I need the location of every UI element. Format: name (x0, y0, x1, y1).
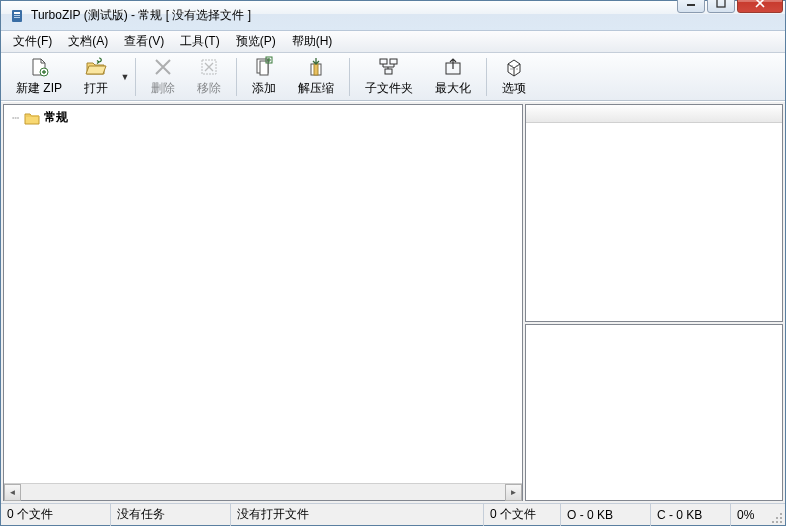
status-original: O - 0 KB (561, 504, 651, 526)
options-icon (503, 56, 525, 78)
toolbar: 新建 ZIP 打开 ▼ 删除 (1, 53, 785, 101)
tree-root-label: 常规 (44, 109, 68, 126)
status-percent: 0% (731, 504, 767, 526)
minimize-button[interactable] (677, 0, 705, 13)
menubar: 文件(F) 文档(A) 查看(V) 工具(T) 预览(P) 帮助(H) (1, 31, 785, 53)
open-label: 打开 (84, 80, 108, 97)
menu-archive[interactable]: 文档(A) (60, 30, 116, 53)
extract-icon (305, 56, 327, 78)
maximize-button[interactable] (707, 0, 735, 13)
separator (135, 58, 136, 96)
remove-label: 移除 (197, 80, 221, 97)
scroll-left-icon[interactable]: ◄ (4, 484, 21, 501)
statusbar: 0 个文件 没有任务 没有打开文件 0 个文件 O - 0 KB C - 0 K… (1, 503, 785, 525)
add-label: 添加 (252, 80, 276, 97)
status-files: 0 个文件 (1, 504, 111, 526)
app-window: TurboZIP (测试版) - 常规 [ 没有选择文件 ] 文件(F) 文档(… (0, 0, 786, 526)
new-zip-label: 新建 ZIP (16, 80, 62, 97)
title-text: TurboZIP (测试版) - 常规 [ 没有选择文件 ] (31, 7, 675, 24)
status-open: 没有打开文件 (231, 504, 484, 526)
maximize-icon (442, 56, 464, 78)
svg-rect-1 (14, 12, 20, 14)
scroll-track[interactable] (21, 484, 505, 500)
titlebar[interactable]: TurboZIP (测试版) - 常规 [ 没有选择文件 ] (1, 1, 785, 31)
svg-point-22 (780, 521, 782, 523)
resize-grip[interactable] (767, 504, 785, 526)
open-dropdown[interactable]: ▼ (119, 55, 131, 99)
preview-pane-bottom[interactable] (525, 324, 783, 501)
svg-rect-14 (390, 59, 397, 64)
menu-help[interactable]: 帮助(H) (284, 30, 341, 53)
maximize-label: 最大化 (435, 80, 471, 97)
svg-rect-15 (385, 69, 392, 74)
content-area: ┄ 常规 ◄ ► (1, 101, 785, 503)
tree-connector: ┄ (10, 111, 20, 125)
app-icon (9, 8, 25, 24)
svg-rect-2 (14, 15, 20, 16)
remove-icon (198, 56, 220, 78)
subfolder-icon (378, 56, 400, 78)
horizontal-scrollbar[interactable]: ◄ ► (4, 483, 522, 500)
tree-root-node[interactable]: ┄ 常规 (10, 109, 516, 126)
svg-rect-4 (687, 4, 695, 6)
svg-rect-12 (314, 64, 318, 75)
add-icon (253, 56, 275, 78)
separator (486, 58, 487, 96)
menu-tools[interactable]: 工具(T) (172, 30, 227, 53)
options-label: 选项 (502, 80, 526, 97)
svg-point-19 (780, 517, 782, 519)
status-compressed: C - 0 KB (651, 504, 731, 526)
svg-point-20 (772, 521, 774, 523)
svg-point-21 (776, 521, 778, 523)
scroll-right-icon[interactable]: ► (505, 484, 522, 501)
delete-button[interactable]: 删除 (140, 55, 186, 99)
right-column (525, 104, 783, 501)
subfolder-label: 子文件夹 (365, 80, 413, 97)
separator (236, 58, 237, 96)
menu-preview[interactable]: 预览(P) (228, 30, 284, 53)
extract-button[interactable]: 解压缩 (287, 55, 345, 99)
separator (349, 58, 350, 96)
preview-pane-top[interactable] (525, 104, 783, 322)
status-files2: 0 个文件 (484, 504, 561, 526)
status-task: 没有任务 (111, 504, 231, 526)
window-controls (675, 0, 783, 13)
list-header[interactable] (526, 105, 782, 123)
new-zip-button[interactable]: 新建 ZIP (5, 55, 73, 99)
add-button[interactable]: 添加 (241, 55, 287, 99)
folder-icon (24, 111, 40, 125)
delete-label: 删除 (151, 80, 175, 97)
menu-view[interactable]: 查看(V) (116, 30, 172, 53)
svg-point-18 (776, 517, 778, 519)
new-file-icon (28, 56, 50, 78)
maximize-tool-button[interactable]: 最大化 (424, 55, 482, 99)
tree-area[interactable]: ┄ 常规 (4, 105, 522, 483)
subfolder-button[interactable]: 子文件夹 (354, 55, 424, 99)
remove-button[interactable]: 移除 (186, 55, 232, 99)
svg-rect-3 (14, 17, 20, 18)
options-button[interactable]: 选项 (491, 55, 537, 99)
open-folder-icon (85, 56, 107, 78)
svg-point-17 (780, 513, 782, 515)
open-button[interactable]: 打开 (73, 55, 119, 99)
close-button[interactable] (737, 0, 783, 13)
extract-label: 解压缩 (298, 80, 334, 97)
delete-icon (152, 56, 174, 78)
svg-rect-13 (380, 59, 387, 64)
file-tree-pane: ┄ 常规 ◄ ► (3, 104, 523, 501)
svg-rect-5 (717, 0, 725, 7)
menu-file[interactable]: 文件(F) (5, 30, 60, 53)
